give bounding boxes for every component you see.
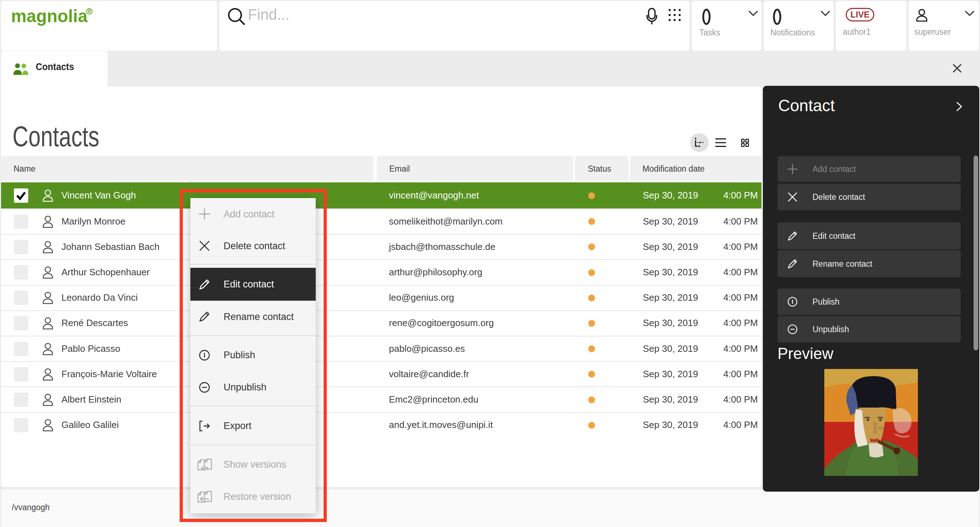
svg-text:magnolia: magnolia bbox=[11, 6, 88, 26]
